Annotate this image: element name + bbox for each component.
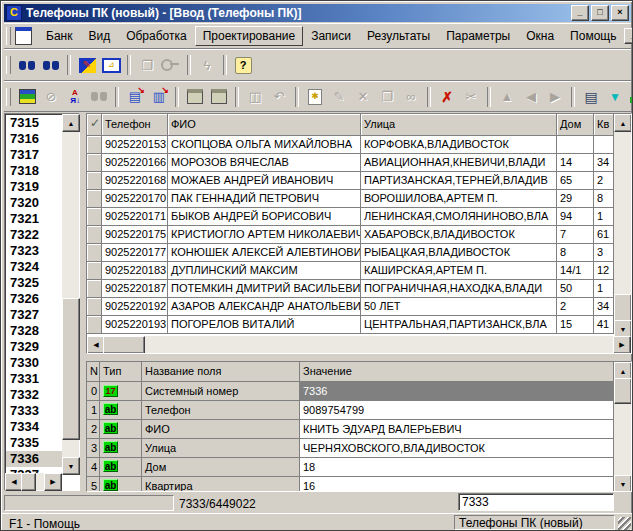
- record-list-item[interactable]: 7319: [6, 179, 62, 195]
- column-header-phone[interactable]: Телефон: [102, 114, 168, 135]
- menu-bank[interactable]: Банк: [38, 26, 80, 46]
- cell-field-value[interactable]: 18: [300, 458, 614, 476]
- list-horizontal-scrollbar[interactable]: ◀ ▶: [5, 473, 62, 490]
- record-list-item[interactable]: 7318: [6, 163, 62, 179]
- maximize-button[interactable]: □: [591, 5, 609, 21]
- scroll-thumb[interactable]: [62, 298, 80, 440]
- table-row[interactable]: 9025220153 СКОПЦОВА ОЛЬГА МИХАЙЛОВНА КОР…: [87, 136, 614, 154]
- open-bank-icon[interactable]: [15, 85, 39, 109]
- cell-field-value[interactable]: 7336: [300, 382, 614, 400]
- child-minimize-button[interactable]: _: [624, 28, 633, 44]
- column-header-flat[interactable]: Кв: [594, 114, 614, 135]
- record-list-item[interactable]: 7328: [6, 323, 62, 339]
- table-row[interactable]: 9025220171 БЫКОВ АНДРЕЙ БОРИСОВИЧ ЛЕНИНС…: [87, 208, 614, 226]
- record-list-item[interactable]: 7335: [6, 435, 62, 451]
- menu-parameters[interactable]: Параметры: [438, 26, 518, 46]
- import-record-icon[interactable]: ▤: [123, 85, 147, 109]
- new-record-icon[interactable]: ✱: [303, 85, 327, 109]
- menu-windows[interactable]: Окна: [518, 26, 562, 46]
- resize-grip[interactable]: [618, 517, 631, 530]
- fields-vertical-scrollbar[interactable]: ▲ ▼: [614, 362, 631, 491]
- delete-marked-icon[interactable]: ✗: [435, 85, 459, 109]
- record-list-item[interactable]: 7330: [6, 355, 62, 371]
- table-row[interactable]: 9025220193 ПОГОРЕЛОВ ВИТАЛИЙ ЦЕНТРАЛЬНАЯ…: [87, 316, 614, 334]
- import-book-icon[interactable]: ▥: [147, 85, 171, 109]
- table-row[interactable]: 9025220177 КОНЮШЕК АЛЕКСЕЙ АЛЕВТИНОВИЧ Р…: [87, 244, 614, 262]
- tree-links-icon[interactable]: [627, 85, 633, 109]
- record-list-item[interactable]: 7317: [6, 147, 62, 163]
- menu-processing[interactable]: Обработка: [118, 26, 195, 46]
- quick-edit-icon[interactable]: ϟ: [195, 53, 219, 77]
- sort-az-icon[interactable]: [63, 85, 87, 109]
- filter-icon[interactable]: ▼: [603, 85, 627, 109]
- record-list-item[interactable]: 7327: [6, 307, 62, 323]
- column-header-field-name[interactable]: Название поля: [142, 362, 300, 381]
- find-repeat-icon[interactable]: [87, 85, 111, 109]
- record-list-item[interactable]: 7332: [6, 387, 62, 403]
- print-list-icon[interactable]: [207, 85, 231, 109]
- menu-view[interactable]: Вид: [80, 26, 118, 46]
- cell-field-value[interactable]: 16: [300, 477, 614, 491]
- field-row[interactable]: 1 ab Телефон 9089754799: [87, 401, 614, 420]
- edit-record-icon[interactable]: ✎: [327, 85, 351, 109]
- column-header-street[interactable]: Улица: [361, 114, 557, 135]
- column-header-house[interactable]: Дом: [557, 114, 594, 135]
- field-row[interactable]: 0 17 Системный номер 7336: [87, 382, 614, 401]
- menu-help[interactable]: Помощь: [562, 26, 624, 46]
- mark-column-header[interactable]: ✓: [87, 114, 102, 135]
- close-button[interactable]: ×: [611, 5, 629, 21]
- copy-record-icon[interactable]: ❐: [375, 85, 399, 109]
- help-icon[interactable]: ?: [231, 53, 255, 77]
- remove-record-icon[interactable]: ✕: [351, 85, 375, 109]
- table-row[interactable]: 9025220175 КРИСТИОГЛО АРТЕМ НИКОЛАЕВИЧ Х…: [87, 226, 614, 244]
- scroll-right-button[interactable]: ▶: [613, 336, 631, 354]
- grid-horizontal-scrollbar[interactable]: ◀ ▶: [87, 336, 631, 353]
- record-list-item[interactable]: 7333: [6, 403, 62, 419]
- scroll-thumb[interactable]: [103, 336, 145, 354]
- link-record-icon[interactable]: ∞: [399, 85, 423, 109]
- record-list-item[interactable]: 7329: [6, 339, 62, 355]
- record-list-item[interactable]: 7336: [6, 451, 62, 467]
- record-list-item[interactable]: 7325: [6, 275, 62, 291]
- list-vertical-scrollbar[interactable]: ▲ ▼: [62, 114, 79, 473]
- scroll-thumb[interactable]: [21, 473, 36, 491]
- scroll-thumb[interactable]: [614, 294, 632, 322]
- record-list-item[interactable]: 7324: [6, 259, 62, 275]
- scroll-down-button[interactable]: ▼: [62, 457, 80, 475]
- child-window-icon[interactable]: [15, 27, 32, 45]
- record-list-item[interactable]: 7334: [6, 419, 62, 435]
- record-list-item[interactable]: 7315: [6, 115, 62, 131]
- record-list-item[interactable]: 7320: [6, 195, 62, 211]
- scroll-up-button[interactable]: ▲: [614, 114, 632, 132]
- table-row[interactable]: 9025220187 ПОТЕМКИН ДМИТРИЙ ВАСИЛЬЕВИЧ П…: [87, 280, 614, 298]
- cut-marked-icon[interactable]: ✂: [459, 85, 483, 109]
- find-document-icon[interactable]: [39, 53, 63, 77]
- toolbar-grip[interactable]: [6, 56, 11, 74]
- column-header-value[interactable]: Значение: [300, 362, 614, 381]
- cancel-icon[interactable]: ⊘: [39, 85, 63, 109]
- table-row[interactable]: 9025220170 ПАК ГЕННАДИЙ ПЕТРОВИЧ ВОРОШИЛ…: [87, 190, 614, 208]
- record-list-item[interactable]: 7321: [6, 211, 62, 227]
- table-row[interactable]: 9025220166 МОРОЗОВ ВЯЧЕСЛАВ АВИАЦИОННАЯ,…: [87, 154, 614, 172]
- report-view-icon[interactable]: ⊿: [99, 53, 123, 77]
- scroll-thumb[interactable]: [614, 378, 632, 404]
- grid-vertical-scrollbar[interactable]: ▲ ▼: [614, 114, 631, 336]
- table-row[interactable]: 9025220183 ДУПЛИНСКИЙ МАКСИМ КАШИРСКАЯ,А…: [87, 262, 614, 280]
- table-row[interactable]: 9025220192 АЗАРОВ АЛЕКСАНДР АНАТОЛЬЕВИЧ …: [87, 298, 614, 316]
- scroll-up-button[interactable]: ▲: [62, 114, 80, 132]
- cell-field-value[interactable]: 9089754799: [300, 401, 614, 419]
- record-list-item[interactable]: 7326: [6, 291, 62, 307]
- design-icon[interactable]: ✎: [75, 53, 99, 77]
- field-row[interactable]: 4 ab Дом 18: [87, 458, 614, 477]
- move-next-icon[interactable]: ▶: [543, 85, 567, 109]
- cell-field-value[interactable]: ЧЕРНЯХОВСКОГО,ВЛАДИВОСТОК: [300, 439, 614, 457]
- toolbar-grip[interactable]: [6, 88, 11, 106]
- print-record-icon[interactable]: [183, 85, 207, 109]
- table-row[interactable]: 9025220168 МОЖАЕВ АНДРЕЙ ИВАНОВИЧ ПАРТИЗ…: [87, 172, 614, 190]
- toolbar-grip[interactable]: [6, 27, 11, 45]
- menu-records[interactable]: Записи: [303, 26, 359, 46]
- column-header-type[interactable]: Тип: [100, 362, 142, 381]
- record-list-item[interactable]: 7316: [6, 131, 62, 147]
- record-form-icon[interactable]: ▤: [579, 85, 603, 109]
- field-row[interactable]: 5 ab Квартира 16: [87, 477, 614, 491]
